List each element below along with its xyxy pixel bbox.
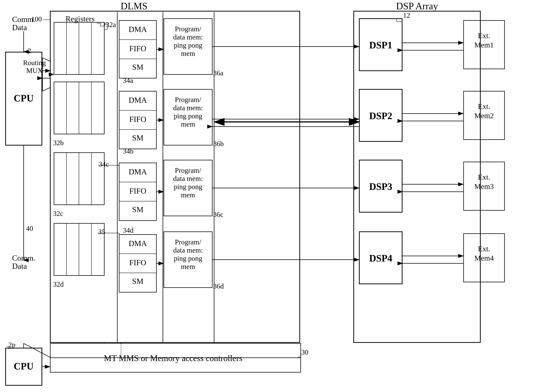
ref-32b: 32b (53, 139, 64, 147)
ref-34a: 34a (123, 77, 133, 84)
ref-32c: 32c (53, 210, 63, 217)
ref-34b: 34b (123, 147, 133, 155)
sm-34a-label: SM (132, 63, 144, 71)
dma-34d-label: DMA (129, 239, 147, 248)
ref-40: 40 (26, 225, 33, 232)
routing-mux-label2: MUX (26, 67, 43, 74)
extmem1-line2: Mem1 (474, 41, 494, 49)
pmem-36c-line3: ping pong (174, 183, 202, 191)
dsp2-label: DSP2 (369, 111, 392, 121)
ref-36d: 36d (213, 282, 224, 290)
ref-34c: 34c (99, 160, 109, 168)
extmem3-line2: Mem3 (474, 182, 494, 191)
pmem-36b-line3: ping pong (174, 112, 202, 120)
sm-34c-label: SM (132, 205, 144, 214)
extmem3-line1: Ext. (478, 173, 490, 181)
dsp4-label: DSP4 (369, 253, 392, 264)
pmem-36d-line1: Program/ (175, 238, 201, 246)
main-diagram: DLMS DSP Array Registers 100 — 32a 32b 3… (0, 0, 560, 392)
extmem4-line2: Mem4 (474, 254, 494, 262)
ref-32a: 32a (106, 21, 116, 29)
svg-rect-11 (0, 0, 560, 392)
fifo-34b-label: FIFO (129, 115, 146, 124)
ref-36b: 36b (213, 140, 224, 147)
pmem-36c-line2: data mem: (173, 175, 203, 182)
comm-data-top-line1: Comm. (12, 15, 35, 24)
fifo-34d-label: FIFO (129, 258, 146, 267)
pmem-36a-line1: Program/ (175, 25, 201, 33)
mt-mms-label: MT MMS or Memory access controllers (104, 353, 242, 363)
dma-34b-label: DMA (129, 96, 147, 104)
ref-36a: 36a (213, 69, 223, 77)
extmem2-line2: Mem2 (474, 111, 494, 120)
pmem-36d-line4: mem (181, 263, 195, 270)
dma-34c-label: DMA (129, 167, 147, 176)
ref-30: 30 (301, 348, 308, 356)
dlms-label: DLMS (121, 1, 148, 11)
fifo-34c-label: FIFO (129, 187, 146, 195)
pmem-36a-line4: mem (181, 49, 195, 57)
registers-label: Registers (66, 15, 95, 23)
dsp1-label: DSP1 (369, 40, 392, 50)
ref-36c: 36c (213, 211, 223, 218)
fifo-34a-label: FIFO (129, 44, 146, 53)
sm-34b-label: SM (132, 134, 144, 142)
pmem-36c-line4: mem (181, 191, 195, 199)
ref-34d: 34d (123, 226, 133, 234)
pmem-36d-line3: ping pong (174, 255, 202, 262)
comm-data-top-line2: Data (12, 23, 27, 32)
ref-2: 2 (28, 47, 31, 55)
diagram-container: DLMS DSP Array Registers 100 — 32a 32b 3… (0, 0, 560, 392)
ref-2p: 2p (8, 341, 15, 349)
cpu-bottom-label: CPU (14, 361, 34, 372)
pmem-36b-line4: mem (181, 120, 195, 128)
dsp-array-label: DSP Array (396, 1, 438, 11)
sm-34d-label: SM (132, 277, 144, 285)
pmem-36b-line1: Program/ (175, 96, 201, 104)
extmem4-line1: Ext. (478, 245, 490, 253)
comm-data-bottom-line2: Data (12, 262, 27, 270)
dsp3-label: DSP3 (369, 181, 392, 192)
dma-34a-label: DMA (129, 25, 147, 34)
ref-32d: 32d (53, 280, 64, 288)
pmem-36a-line2: data mem: (173, 33, 203, 41)
ref-35: 35 (98, 228, 105, 236)
cpu-top-label: CPU (14, 93, 34, 104)
pmem-36c-line1: Program/ (175, 167, 201, 174)
pmem-36a-line3: ping pong (174, 41, 202, 49)
ref-12: 12 (403, 11, 410, 19)
extmem1-line1: Ext. (478, 31, 490, 40)
pmem-36b-line2: data mem: (173, 104, 203, 112)
extmem2-line1: Ext. (478, 102, 490, 111)
pmem-36d-line2: data mem: (173, 246, 203, 254)
